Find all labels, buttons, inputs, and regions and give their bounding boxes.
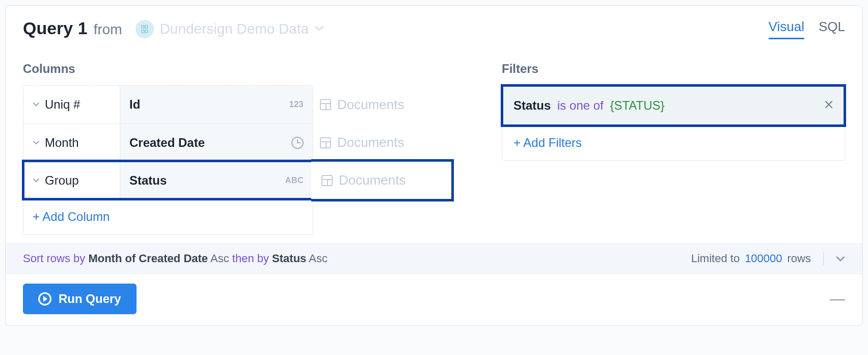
- filter-value: {STATUS}: [610, 98, 664, 112]
- add-column-button[interactable]: + Add Column: [23, 199, 313, 234]
- query-title[interactable]: Query 1: [23, 18, 88, 38]
- sort-description: Sort rows by Month of Created Date Asc t…: [23, 252, 328, 265]
- filter-row-highlighted[interactable]: Status is one of {STATUS}: [502, 86, 845, 125]
- limit-suffix: rows: [788, 252, 811, 265]
- limit-value: 100000: [745, 252, 782, 265]
- aggregation-selector[interactable]: Uniq #: [23, 86, 120, 123]
- data-source-selector[interactable]: Dundersign Demo Data: [128, 17, 332, 41]
- filter-expression: Status is one of {STATUS}: [513, 98, 665, 113]
- aggregation-label: Uniq #: [45, 97, 80, 112]
- tab-visual[interactable]: Visual: [769, 19, 804, 39]
- filters-heading: Filters: [502, 62, 845, 76]
- field-selector[interactable]: Status ABC: [120, 162, 313, 199]
- chevron-down-icon: [315, 24, 324, 34]
- limit-label: Limited to: [691, 252, 740, 265]
- play-icon: [38, 292, 51, 306]
- header-left: Query 1 from Dundersign Demo Data: [23, 17, 331, 41]
- aggregation-selector[interactable]: Month: [23, 124, 120, 161]
- sort-field-1: Month of Created Date: [88, 252, 208, 265]
- run-button-label: Run Query: [59, 292, 121, 306]
- field-name: Created Date: [129, 136, 205, 150]
- sort-direction-1: Asc: [210, 252, 229, 265]
- field-selector[interactable]: Created Date: [120, 124, 313, 161]
- panel-header: Query 1 from Dundersign Demo Data Visual…: [6, 6, 862, 46]
- table-reference[interactable]: Documents: [320, 86, 404, 123]
- field-name: Status: [129, 173, 167, 188]
- database-icon: [135, 20, 154, 38]
- remove-filter-icon[interactable]: [824, 99, 833, 112]
- from-label: from: [94, 21, 122, 38]
- panel-body: Columns Uniq # Id 123 Docu: [6, 46, 862, 243]
- columns-table: Uniq # Id 123 Documents: [23, 85, 313, 235]
- sort-then: then by: [232, 252, 269, 265]
- tab-sql[interactable]: SQL: [819, 19, 845, 39]
- aggregation-label: Group: [45, 173, 79, 188]
- column-row-highlighted: Group Status ABC Documents: [23, 161, 313, 199]
- table-icon: [320, 99, 331, 110]
- filter-operator: is one of: [557, 98, 604, 112]
- sort-intro: Sort rows by: [23, 252, 85, 265]
- sort-direction-2: Asc: [309, 252, 328, 265]
- chevron-down-icon[interactable]: [823, 252, 845, 265]
- table-icon: [321, 175, 333, 186]
- text-type-icon: ABC: [285, 176, 304, 185]
- row-limit[interactable]: Limited to 100000 rows: [691, 252, 845, 265]
- clock-type-icon: [291, 137, 304, 149]
- table-reference[interactable]: Documents: [320, 124, 404, 161]
- number-type-icon: 123: [289, 100, 304, 109]
- columns-section: Columns Uniq # Id 123 Docu: [23, 62, 481, 235]
- table-name: Documents: [337, 135, 404, 150]
- chevron-down-icon: [33, 176, 40, 185]
- table-name: Documents: [339, 172, 406, 188]
- field-selector[interactable]: Id 123: [120, 86, 313, 123]
- chevron-down-icon: [33, 100, 40, 109]
- filters-table: Status is one of {STATUS} + Add Filters: [502, 85, 845, 161]
- add-filter-button[interactable]: + Add Filters: [502, 125, 845, 160]
- aggregation-selector[interactable]: Group: [23, 162, 120, 199]
- columns-heading: Columns: [23, 62, 481, 76]
- table-name: Documents: [337, 97, 404, 113]
- column-row: Uniq # Id 123 Documents: [23, 86, 313, 123]
- collapse-icon[interactable]: —: [830, 290, 845, 308]
- panel-footer: Run Query —: [6, 274, 862, 325]
- data-source-name: Dundersign Demo Data: [160, 21, 309, 37]
- table-reference-highlighted[interactable]: Documents: [311, 159, 454, 201]
- filter-field: Status: [513, 98, 551, 112]
- sort-bar[interactable]: Sort rows by Month of Created Date Asc t…: [6, 243, 862, 274]
- run-query-button[interactable]: Run Query: [23, 284, 137, 314]
- chevron-down-icon: [33, 139, 40, 147]
- table-icon: [320, 137, 331, 148]
- aggregation-label: Month: [45, 136, 79, 150]
- field-name: Id: [129, 97, 140, 112]
- filters-section: Filters Status is one of {STATUS} + Add …: [502, 62, 845, 235]
- query-panel: Query 1 from Dundersign Demo Data Visual…: [5, 5, 863, 326]
- column-row: Month Created Date Documents: [23, 123, 313, 161]
- sort-field-2: Status: [272, 252, 306, 265]
- mode-tabs: Visual SQL: [769, 19, 845, 39]
